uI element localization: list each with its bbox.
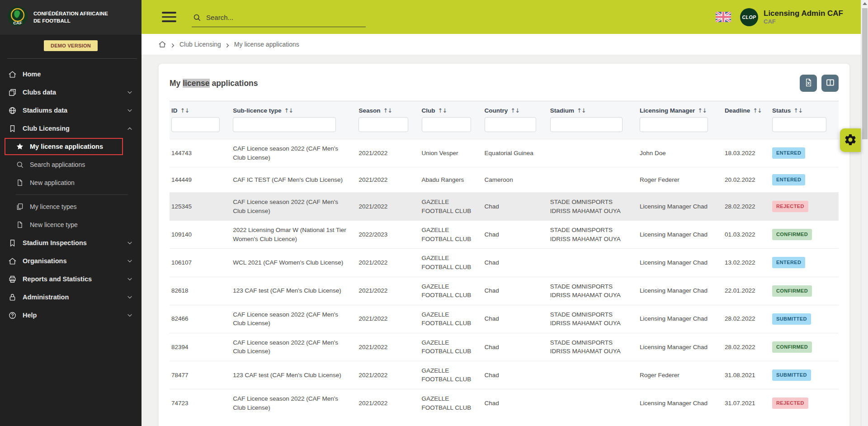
breadcrumb-club-licensing[interactable]: Club Licensing bbox=[179, 41, 221, 48]
uk-flag-icon[interactable] bbox=[716, 12, 731, 22]
chevron-down-icon bbox=[126, 89, 133, 96]
table-row[interactable]: 74723CAF Licence season 2022 (CAF Men's … bbox=[170, 389, 839, 417]
cell-type: CAF Licence season 2022 (CAF Men's Club … bbox=[231, 389, 357, 417]
sidebar-item-administration[interactable]: Administration bbox=[0, 288, 142, 306]
chevron-down-icon bbox=[126, 275, 133, 283]
filter-id-input[interactable] bbox=[171, 117, 220, 132]
column-label: Club bbox=[422, 107, 435, 114]
chevron-down-icon bbox=[126, 293, 133, 301]
sidebar: CAF CONFÉDÉRATION AFRICAINE DE FOOTBALL … bbox=[0, 0, 142, 426]
search-input[interactable] bbox=[206, 14, 364, 21]
cell-deadline: 31.08.2021 bbox=[723, 361, 770, 389]
sidebar-item-my-licence-types[interactable]: My licence types bbox=[0, 198, 142, 216]
settings-gear-button[interactable] bbox=[840, 128, 861, 152]
sort-arrows-icon[interactable]: ↑↓ bbox=[793, 107, 802, 114]
cell-manager: Licensing Manager Chad bbox=[638, 305, 723, 333]
filter-cell-stadium bbox=[548, 115, 638, 139]
sidebar-item-clubs-data[interactable]: Clubs data bbox=[0, 83, 142, 101]
column-header-id[interactable]: ID↑↓ bbox=[170, 101, 231, 115]
cell-season: 2021/2022 bbox=[357, 139, 420, 167]
sort-arrows-icon[interactable]: ↑↓ bbox=[510, 107, 519, 114]
chevron-right-icon bbox=[225, 42, 230, 47]
cell-country: Chad bbox=[483, 389, 548, 417]
sort-arrows-icon[interactable]: ↑↓ bbox=[698, 107, 707, 114]
sort-arrows-icon[interactable]: ↑↓ bbox=[284, 107, 293, 114]
table-row[interactable]: 82394CAF Licence season 2022 (CAF Men's … bbox=[170, 333, 839, 361]
table-row[interactable]: 106107WCL 2021 (CAF Women's Club License… bbox=[170, 248, 839, 276]
cell-status: REJECTED bbox=[770, 389, 839, 417]
cell-country: Chad bbox=[483, 333, 548, 361]
cell-manager: Licensing Manager Chad bbox=[638, 220, 723, 248]
filter-stadium-input[interactable] bbox=[550, 117, 623, 132]
sidebar-item-new-licence-type[interactable]: New licence type bbox=[0, 216, 142, 234]
sidebar-item-club-licensing[interactable]: Club Licensing bbox=[0, 119, 142, 137]
cell-type: CAF Licence season 2022 (CAF Men's Club … bbox=[231, 192, 357, 220]
sort-arrows-icon[interactable]: ↑↓ bbox=[180, 107, 189, 114]
table-row[interactable]: 82466CAF Licence season 2022 (CAF Men's … bbox=[170, 305, 839, 333]
table-row[interactable]: 82618123 CAF test (CAF Men's Club Licens… bbox=[170, 277, 839, 305]
cell-club: GAZELLE FOOTBALL CLUB bbox=[420, 220, 483, 248]
column-header-season[interactable]: Season↑↓ bbox=[357, 101, 420, 115]
sidebar-item-stadium-inspections[interactable]: Stadium Inspections bbox=[0, 234, 142, 252]
column-header-stadium[interactable]: Stadium↑↓ bbox=[548, 101, 638, 115]
sidebar-item-new-application[interactable]: New application bbox=[0, 174, 142, 192]
sidebar-item-home[interactable]: Home bbox=[0, 65, 142, 83]
sort-arrows-icon[interactable]: ↑↓ bbox=[577, 107, 586, 114]
sidebar-item-label: Stadiums data bbox=[23, 107, 67, 114]
sort-arrows-icon[interactable]: ↑↓ bbox=[438, 107, 447, 114]
home-icon[interactable] bbox=[158, 40, 166, 48]
sidebar-menu: HomeClubs dataStadiums dataClub Licensin… bbox=[0, 65, 142, 324]
table-row[interactable]: 78477123 CAF test (CAF Men's Club Licens… bbox=[170, 361, 839, 389]
status-badge: SUBMITTED bbox=[772, 369, 811, 381]
user-menu[interactable]: CLOP Licensing Admin CAF CAF bbox=[740, 8, 843, 26]
sidebar-item-my-license-applications[interactable]: My license applications bbox=[5, 138, 123, 155]
filter-status-input[interactable] bbox=[772, 117, 826, 132]
sidebar-item-reports-and-statistics[interactable]: Reports and Statistics bbox=[0, 270, 142, 288]
table-row[interactable]: 144449CAF IC TEST (CAF Men's Club Licens… bbox=[170, 167, 839, 192]
cell-season: 2021/2022 bbox=[357, 361, 420, 389]
hamburger-menu-icon[interactable] bbox=[162, 12, 176, 22]
cell-country: Chad bbox=[483, 248, 548, 276]
table-row[interactable]: 1091402022 Licensing Omar W (National 1s… bbox=[170, 220, 839, 248]
cell-deadline: 28.02.2022 bbox=[723, 333, 770, 361]
column-header-status[interactable]: Status↑↓ bbox=[770, 101, 839, 115]
sort-arrows-icon[interactable]: ↑↓ bbox=[383, 107, 392, 114]
page-scrollbar[interactable] bbox=[861, 0, 868, 426]
sort-arrows-icon[interactable]: ↑↓ bbox=[753, 107, 762, 114]
filter-manager-input[interactable] bbox=[640, 117, 708, 132]
columns-button[interactable] bbox=[821, 75, 839, 92]
column-header-club[interactable]: Club↑↓ bbox=[420, 101, 483, 115]
sidebar-item-organisations[interactable]: Organisations bbox=[0, 252, 142, 270]
filter-season-input[interactable] bbox=[359, 117, 408, 132]
sidebar-item-help[interactable]: Help bbox=[0, 306, 142, 324]
table-row[interactable]: 125345CAF Licence season 2022 (CAF Men's… bbox=[170, 192, 839, 220]
content-area: My license applications bbox=[142, 55, 868, 426]
chevron-down-icon bbox=[126, 312, 133, 319]
filter-club-input[interactable] bbox=[422, 117, 472, 132]
demo-version-badge: DEMO VERSION bbox=[44, 40, 98, 51]
status-badge: REJECTED bbox=[772, 398, 808, 409]
filter-type-input[interactable] bbox=[233, 117, 336, 132]
export-excel-button[interactable] bbox=[800, 75, 817, 92]
cell-id: 82618 bbox=[170, 277, 231, 305]
scrollbar-thumb[interactable] bbox=[862, 8, 868, 139]
column-header-manager[interactable]: Licensing Manager↑↓ bbox=[638, 101, 723, 115]
cell-club: GAZELLE FOOTBALL CLUB bbox=[420, 248, 483, 276]
table-row[interactable]: 144743CAF Licence season 2022 (CAF Men's… bbox=[170, 139, 839, 167]
status-badge: ENTERED bbox=[772, 257, 805, 268]
column-header-deadline[interactable]: Deadline↑↓ bbox=[723, 101, 770, 115]
scrollbar-up-arrow-icon[interactable] bbox=[863, 2, 867, 5]
cell-country: Chad bbox=[483, 277, 548, 305]
copy-icon bbox=[16, 203, 24, 211]
filter-country-input[interactable] bbox=[485, 117, 537, 132]
cell-stadium bbox=[548, 361, 638, 389]
column-header-country[interactable]: Country↑↓ bbox=[483, 101, 548, 115]
sidebar-item-stadiums-data[interactable]: Stadiums data bbox=[0, 101, 142, 119]
settings-gear-icon bbox=[844, 133, 857, 148]
column-header-type[interactable]: Sub-licence type↑↓ bbox=[231, 101, 357, 115]
home-icon bbox=[8, 257, 17, 265]
cell-club: GAZELLE FOOTBALL CLUB bbox=[420, 192, 483, 220]
sidebar-item-search-applications[interactable]: Search applications bbox=[0, 156, 142, 174]
cell-stadium: STADE OMNISPORTS IDRISS MAHAMAT OUYA bbox=[548, 333, 638, 361]
filter-cell-country bbox=[483, 115, 548, 139]
